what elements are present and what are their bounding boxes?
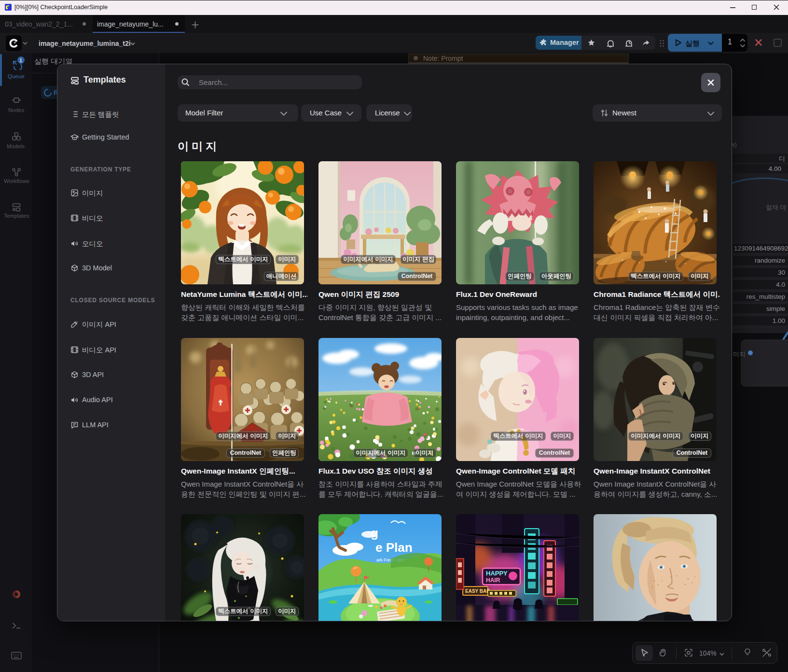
svg-text:g: g [371, 526, 378, 540]
svg-text:e Plan: e Plan [375, 540, 413, 555]
svg-text:HAIR: HAIR [486, 577, 500, 584]
svg-text:EASY BAR: EASY BAR [465, 588, 490, 594]
svg-text:HAPPY: HAPPY [486, 570, 508, 577]
